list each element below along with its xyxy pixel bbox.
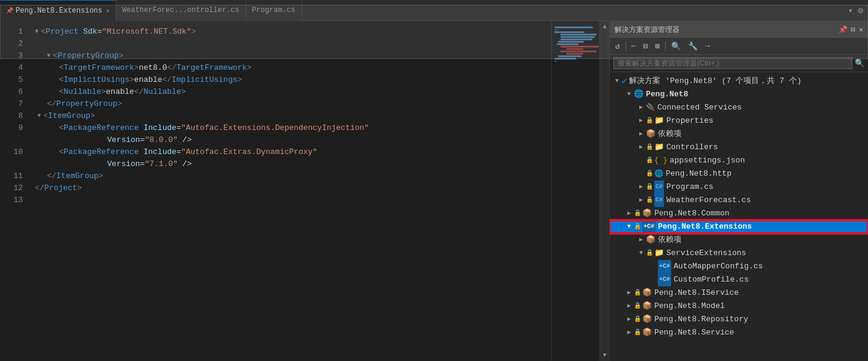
lock-icon-program: 🔒	[646, 180, 653, 194]
tree-item-program-cs[interactable]: ▶ 🔒 C# Program.cs	[610, 180, 868, 194]
ln-5: 5	[0, 74, 25, 86]
code-line-6: <Nullable>enable</Nullable>	[35, 86, 551, 98]
ln-10: 10	[0, 146, 25, 158]
lock-icon-http: 🔒	[646, 167, 653, 180]
lock-icon-weather: 🔒	[646, 194, 653, 207]
tree-label-deps: 依赖项	[658, 128, 681, 141]
tree-item-properties[interactable]: ▶ 🔒 📁 Properties	[610, 114, 868, 128]
scroll-down-arrow[interactable]: ▼	[603, 352, 606, 359]
code-line-13	[35, 194, 551, 206]
project-icon-repo: 📦	[642, 313, 652, 326]
solution-explorer-panel: 解决方案资源管理器 📌 ⊟ ✕ ↺ ← ⊟ ⊞ 🔍 🔧 → 🔍	[609, 21, 868, 361]
cs-icon-custom-profile: +C#	[658, 273, 671, 286]
tree-item-appsettings[interactable]: ▶ 🔒 { } appsettings.json	[610, 154, 868, 167]
project-icon-common: 📦	[642, 207, 652, 220]
code-line-9: <PackageReference Include="Autofac.Exten…	[35, 122, 551, 134]
lock-icon-service: 🔒	[634, 326, 641, 339]
code-line-10b: Version="7.1.0" />	[35, 158, 551, 170]
lock-icon-properties: 🔒	[646, 114, 653, 128]
tree-item-auto-mapper[interactable]: ▶ +C# AutoMapperConfig.cs	[610, 260, 868, 273]
tree-label-appsettings: appsettings.json	[670, 154, 745, 167]
tree-label-weather: WeatherForecast.cs	[666, 194, 751, 207]
tree-label-peng-net8: Peng.Net8	[646, 88, 688, 101]
tree-label-svcext: ServiceExtensions	[666, 247, 746, 260]
expand-icon-peng-net8: ▼	[624, 88, 634, 101]
expand-icon-connected: ▶	[636, 101, 646, 114]
json-icon: { }	[654, 154, 668, 167]
tree-label-program: Program.cs	[666, 180, 713, 194]
minimap	[551, 21, 600, 361]
ln-9b	[0, 134, 25, 146]
code-content[interactable]: ▼ <Project Sdk="Microsoft.NET.Sdk"> ▼ <P…	[30, 21, 551, 361]
ext-deps-icon: 📦	[646, 233, 656, 247]
code-line-10: <PackageReference Include="Autofac.Extra…	[35, 146, 551, 158]
solution-tree: ▼ ✔ 解决方案 'Peng.Net8' (7 个项目，共 7 个) ▼ 🌐 P…	[610, 72, 868, 361]
tree-label-ext-deps: 依赖项	[658, 233, 681, 247]
tree-item-custom-profile[interactable]: ▶ +C# CustomProfile.cs	[610, 273, 868, 286]
solution-icon: ✔	[622, 75, 627, 88]
solution-search-input[interactable]	[613, 57, 852, 69]
main-area: 1 2 3 4 5 6 7 8 9 10 11 12 13 ▼ <Project…	[0, 21, 868, 361]
folder-icon-controllers: 📁	[654, 141, 664, 154]
expand-icon-properties: ▶	[636, 114, 646, 128]
fold-btn-8[interactable]: ▼	[37, 110, 41, 122]
tree-item-connected-services[interactable]: ▶ 🔌 Connected Services	[610, 101, 868, 114]
tree-item-ext-deps[interactable]: ▶ 📦 依赖项	[610, 233, 868, 247]
line-numbers: 1 2 3 4 5 6 7 8 9 10 11 12 13	[0, 21, 30, 361]
expand-icon-common: ▶	[624, 207, 634, 220]
search-icon: 🔍	[855, 58, 864, 68]
expand-icon-weather: ▶	[636, 194, 646, 207]
lock-icon-common: 🔒	[634, 207, 641, 220]
ln-13: 13	[0, 194, 25, 206]
ln-11: 11	[0, 170, 25, 182]
ln-7: 7	[0, 98, 25, 110]
ln-8: 8	[0, 110, 25, 122]
cs-icon-auto-mapper: +C#	[658, 260, 671, 273]
lock-icon-model: 🔒	[634, 300, 641, 313]
tree-item-peng-service[interactable]: ▶ 🔒 📦 Peng.Net8.Service	[610, 326, 868, 339]
code-line-8: ▼ <ItemGroup>	[35, 110, 551, 122]
tree-item-peng-net8[interactable]: ▼ 🌐 Peng.Net8	[610, 88, 868, 101]
tree-label-properties: Properties	[666, 114, 713, 128]
tree-label-connected-services: Connected Services	[657, 101, 742, 114]
lock-icon-iservice: 🔒	[634, 286, 641, 300]
tree-item-model[interactable]: ▶ 🔒 📦 Peng.Net8.Model	[610, 300, 868, 313]
tree-item-peng-common[interactable]: ▶ 🔒 📦 Peng.Net8.Common	[610, 207, 868, 220]
expand-icon-service: ▶	[624, 326, 634, 339]
tree-label-common: Peng.Net8.Common	[654, 207, 730, 220]
scrollbar-area: ▲ ▼	[600, 21, 609, 361]
tree-item-weather-cs[interactable]: ▶ 🔒 C# WeatherForecast.cs	[610, 194, 868, 207]
tree-label-model: Peng.Net8.Model	[654, 300, 725, 313]
expand-icon-svcext: ▼	[636, 247, 646, 260]
ln-4: 4	[0, 62, 25, 74]
expand-icon-extensions: ▼	[624, 220, 634, 233]
tree-label-iservice: Peng.Net8.IService	[654, 286, 739, 300]
tree-item-root[interactable]: ▼ ✔ 解决方案 'Peng.Net8' (7 个项目，共 7 个)	[610, 75, 868, 88]
tree-item-controllers[interactable]: ▶ 🔒 📁 Controllers	[610, 141, 868, 154]
tree-item-deps[interactable]: ▶ 📦 依赖项	[610, 128, 868, 141]
expand-icon-root: ▼	[612, 75, 622, 88]
tree-label-repo: Peng.Net8.Repository	[654, 313, 748, 326]
expand-icon-model: ▶	[624, 300, 634, 313]
project-icon-service: 📦	[642, 326, 652, 339]
project-icon-peng-net8: 🌐	[634, 88, 643, 101]
lock-icon-svcext: 🔒	[646, 247, 653, 260]
code-line-12: </Project>	[35, 182, 551, 194]
expand-icon-repo: ▶	[624, 313, 634, 326]
tree-label-peng-service: Peng.Net8.Service	[654, 326, 734, 339]
project-icon-model: 📦	[642, 300, 652, 313]
expand-icon-controllers: ▶	[636, 141, 646, 154]
lock-icon-controllers: 🔒	[646, 141, 653, 154]
tree-label-root: 解决方案 'Peng.Net8' (7 个项目，共 7 个)	[629, 75, 801, 88]
tree-item-iservice[interactable]: ▶ 🔒 📦 Peng.Net8.IService	[610, 286, 868, 300]
tree-item-peng-extensions[interactable]: ▼ 🔒 +C# Peng.Net8.Extensions	[610, 220, 868, 233]
tree-item-service-ext[interactable]: ▼ 🔒 📁 ServiceExtensions	[610, 247, 868, 260]
ln-10b	[0, 158, 25, 170]
mini-line	[554, 60, 557, 62]
editor-area: 1 2 3 4 5 6 7 8 9 10 11 12 13 ▼ <Project…	[0, 21, 609, 361]
cs-icon-program: C#	[654, 180, 664, 194]
lock-icon-appsettings: 🔒	[646, 154, 653, 167]
lock-icon-repo: 🔒	[634, 313, 641, 326]
tree-item-peng-http[interactable]: ▶ 🔒 🌐 Peng.Net8.http	[610, 167, 868, 180]
tree-item-repository[interactable]: ▶ 🔒 📦 Peng.Net8.Repository	[610, 313, 868, 326]
